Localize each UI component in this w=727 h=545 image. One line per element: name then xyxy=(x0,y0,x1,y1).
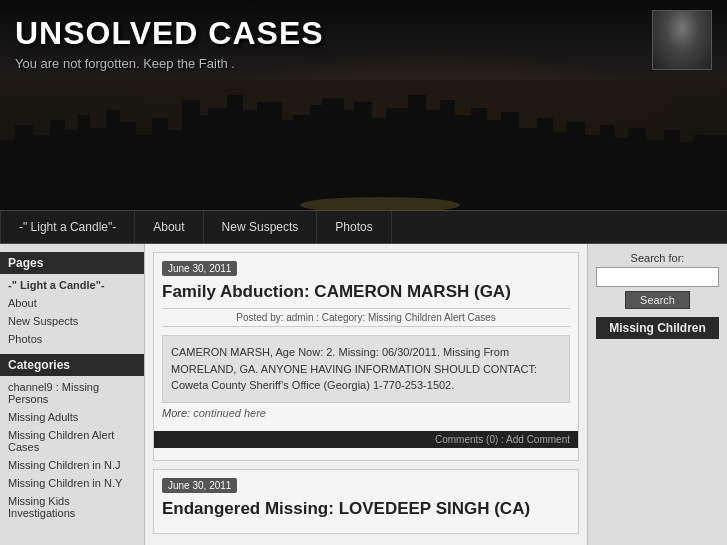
sidebar-link-photos[interactable]: Photos xyxy=(0,330,144,348)
svg-rect-24 xyxy=(322,98,344,210)
city-skyline xyxy=(0,80,727,210)
nav-new-suspects[interactable]: New Suspects xyxy=(204,211,318,243)
header: UNSOLVED CASES You are not forgotten. Ke… xyxy=(0,0,727,210)
post-2-inner: June 30, 2011 Endangered Missing: LOVEDE… xyxy=(154,470,578,533)
sidebar-link-missing-adults[interactable]: Missing Adults xyxy=(0,408,144,426)
search-input[interactable] xyxy=(596,267,719,287)
post-1-more-label: More: xyxy=(162,407,190,419)
nav-photos[interactable]: Photos xyxy=(317,211,391,243)
post-2-title[interactable]: Endangered Missing: LOVEDEEP SINGH (CA) xyxy=(162,499,570,519)
sidebar-link-missing-children-alert[interactable]: Missing Children Alert Cases xyxy=(0,426,144,456)
search-button[interactable]: Search xyxy=(625,291,690,309)
sidebar-link-missing-children-nj[interactable]: Missing Children in N.J xyxy=(0,456,144,474)
portrait-inner xyxy=(653,11,711,69)
nav-about[interactable]: About xyxy=(135,211,203,243)
header-text: UNSOLVED CASES You are not forgotten. Ke… xyxy=(15,15,324,71)
sidebar-link-new-suspects[interactable]: New Suspects xyxy=(0,312,144,330)
sidebar-link-missing-kids-investigations[interactable]: Missing Kids Investigations xyxy=(0,492,144,522)
content-area: June 30, 2011 Family Abduction: CAMERON … xyxy=(145,244,587,545)
post-1-date: June 30, 2011 xyxy=(162,261,237,276)
sidebar-link-light-candle[interactable]: -" Light a Candle"- xyxy=(0,276,144,294)
post-1-title[interactable]: Family Abduction: CAMERON MARSH (GA) xyxy=(162,282,570,302)
post-2-date: June 30, 2011 xyxy=(162,478,237,493)
svg-rect-47 xyxy=(694,135,727,210)
right-sidebar: Search for: Search Missing Children xyxy=(587,244,727,545)
main-container: Pages -" Light a Candle"- About New Susp… xyxy=(0,244,727,545)
portrait-image xyxy=(652,10,712,70)
post-1-body: CAMERON MARSH, Age Now: 2. Missing: 06/3… xyxy=(162,335,570,403)
sidebar: Pages -" Light a Candle"- About New Susp… xyxy=(0,244,145,545)
sidebar-link-channel9[interactable]: channel9 : Missing Persons xyxy=(0,378,144,408)
search-label: Search for: xyxy=(596,252,719,264)
post-1-inner: June 30, 2011 Family Abduction: CAMERON … xyxy=(154,253,578,431)
navbar: -" Light a Candle"- About New Suspects P… xyxy=(0,210,727,244)
sidebar-link-missing-children-ny[interactable]: Missing Children in N.Y xyxy=(0,474,144,492)
post-2: June 30, 2011 Endangered Missing: LOVEDE… xyxy=(153,469,579,534)
site-subtitle: You are not forgotten. Keep the Faith . xyxy=(15,56,324,71)
svg-rect-32 xyxy=(452,115,474,210)
site-title: UNSOLVED CASES xyxy=(15,15,324,52)
pages-section-title: Pages xyxy=(0,252,144,274)
post-1-footer[interactable]: Comments (0) : Add Comment xyxy=(154,431,578,448)
missing-children-title: Missing Children xyxy=(596,317,719,339)
categories-section-title: Categories xyxy=(0,354,144,376)
svg-rect-10 xyxy=(106,110,120,210)
svg-rect-28 xyxy=(386,108,411,210)
post-1-meta: Posted by: admin : Category: Missing Chi… xyxy=(162,308,570,327)
post-1: June 30, 2011 Family Abduction: CAMERON … xyxy=(153,252,579,461)
post-1-more: More: continued here xyxy=(162,407,570,419)
post-1-more-link[interactable]: continued here xyxy=(193,407,266,419)
nav-light-candle[interactable]: -" Light a Candle"- xyxy=(0,211,135,243)
sidebar-link-about[interactable]: About xyxy=(0,294,144,312)
svg-rect-17 xyxy=(208,108,230,210)
